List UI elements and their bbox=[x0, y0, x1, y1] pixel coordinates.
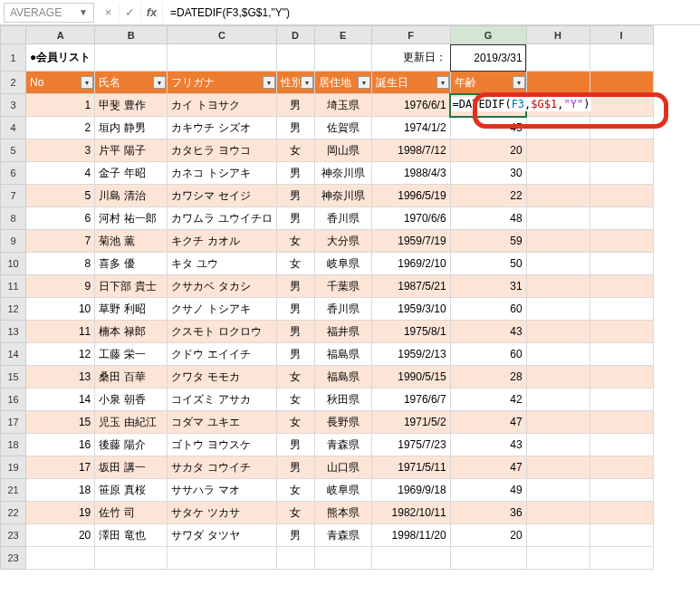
cell[interactable]: 笹原 真桜 bbox=[95, 479, 168, 502]
cell[interactable]: 45 bbox=[450, 117, 526, 139]
cell[interactable]: サタケ ツカサ bbox=[168, 502, 276, 524]
cell[interactable]: 12 bbox=[26, 343, 95, 366]
cell[interactable]: 1975/8/1 bbox=[371, 321, 450, 343]
cell[interactable]: 岐阜県 bbox=[314, 479, 371, 502]
cell[interactable]: 9 bbox=[26, 275, 95, 298]
cell[interactable]: 男 bbox=[276, 343, 314, 366]
cell[interactable]: 男 bbox=[276, 207, 314, 230]
cell[interactable]: 1959/2/13 bbox=[371, 343, 450, 366]
cell[interactable] bbox=[590, 547, 653, 570]
cell[interactable] bbox=[526, 479, 590, 502]
cell[interactable] bbox=[590, 321, 653, 343]
cell[interactable]: 60 bbox=[450, 343, 526, 366]
cell[interactable]: 岡山県 bbox=[314, 139, 371, 162]
row-header[interactable]: 14 bbox=[1, 343, 26, 366]
cell[interactable] bbox=[590, 94, 653, 117]
row-header[interactable]: 2 bbox=[1, 72, 26, 94]
accept-formula-button[interactable]: ✓ bbox=[120, 3, 141, 23]
cell[interactable]: 澤田 竜也 bbox=[95, 524, 168, 547]
cell[interactable] bbox=[590, 456, 653, 479]
cell[interactable]: 後藤 陽介 bbox=[95, 434, 168, 456]
cell[interactable]: 草野 利昭 bbox=[95, 298, 168, 321]
cell[interactable] bbox=[526, 230, 590, 253]
table-header-年齢[interactable]: 年齢▾ bbox=[450, 72, 526, 94]
cell[interactable]: 男 bbox=[276, 434, 314, 456]
cell[interactable]: 60 bbox=[450, 298, 526, 321]
row-header[interactable]: 17 bbox=[1, 411, 26, 434]
cell[interactable]: 30 bbox=[450, 162, 526, 185]
cell[interactable] bbox=[590, 117, 653, 139]
cell[interactable] bbox=[590, 139, 653, 162]
cell[interactable]: 青森県 bbox=[314, 434, 371, 456]
column-header-G[interactable]: G bbox=[450, 26, 526, 44]
table-header-居住地[interactable]: 居住地▾ bbox=[314, 72, 371, 94]
sheet-title[interactable]: ●会員リスト bbox=[26, 44, 95, 72]
cell[interactable]: 1971/5/2 bbox=[371, 411, 450, 434]
in-cell-formula-edit[interactable]: =DATEDIF(F3,$G$1,"Y") bbox=[451, 97, 592, 111]
row-header[interactable]: 16 bbox=[1, 389, 26, 411]
row-header[interactable]: 5 bbox=[1, 139, 26, 162]
cell[interactable] bbox=[95, 44, 168, 72]
cell[interactable]: 42 bbox=[450, 389, 526, 411]
cell[interactable] bbox=[526, 411, 590, 434]
cell[interactable] bbox=[590, 44, 653, 72]
cell[interactable] bbox=[526, 185, 590, 207]
cell[interactable]: 甲斐 豊作 bbox=[95, 94, 168, 117]
column-header-C[interactable]: C bbox=[168, 26, 276, 44]
filter-dropdown-icon[interactable]: ▾ bbox=[153, 76, 166, 89]
cell[interactable]: キタ ユウ bbox=[168, 253, 276, 275]
cell[interactable]: 女 bbox=[276, 253, 314, 275]
cell[interactable]: 福島県 bbox=[314, 343, 371, 366]
cell[interactable] bbox=[26, 547, 95, 570]
cell[interactable]: 1 bbox=[26, 94, 95, 117]
table-header-誕生日[interactable]: 誕生日▾ bbox=[371, 72, 450, 94]
cell[interactable]: 31 bbox=[450, 275, 526, 298]
name-box[interactable]: AVERAGE ▼ bbox=[4, 3, 94, 23]
cell[interactable]: 1987/5/21 bbox=[371, 275, 450, 298]
cell[interactable]: 2 bbox=[26, 117, 95, 139]
cell[interactable] bbox=[526, 253, 590, 275]
cell[interactable] bbox=[526, 298, 590, 321]
filter-dropdown-icon[interactable]: ▾ bbox=[301, 76, 313, 89]
cell[interactable] bbox=[526, 547, 590, 570]
update-date-value[interactable]: 2019/3/31 bbox=[450, 44, 526, 72]
cell[interactable]: 佐賀県 bbox=[314, 117, 371, 139]
filter-dropdown-icon[interactable]: ▾ bbox=[358, 76, 370, 89]
cell[interactable] bbox=[590, 524, 653, 547]
cell[interactable]: 片平 陽子 bbox=[95, 139, 168, 162]
cell[interactable]: 1982/10/11 bbox=[371, 502, 450, 524]
cell[interactable]: 青森県 bbox=[314, 524, 371, 547]
cell[interactable]: クサノ トシアキ bbox=[168, 298, 276, 321]
cell[interactable]: 1976/6/1 bbox=[371, 94, 450, 117]
cell[interactable]: 大分県 bbox=[314, 230, 371, 253]
cell[interactable] bbox=[590, 162, 653, 185]
cell[interactable]: 28 bbox=[450, 366, 526, 389]
column-header-B[interactable]: B bbox=[95, 26, 168, 44]
cell[interactable]: 埼玉県 bbox=[314, 94, 371, 117]
cell[interactable]: 女 bbox=[276, 502, 314, 524]
cell[interactable]: 福井県 bbox=[314, 321, 371, 343]
cell[interactable] bbox=[526, 44, 590, 72]
cell[interactable]: 43 bbox=[450, 321, 526, 343]
cell[interactable]: 1975/7/23 bbox=[371, 434, 450, 456]
cell[interactable] bbox=[590, 434, 653, 456]
select-all-corner[interactable] bbox=[1, 26, 26, 44]
active-cell[interactable]: =DATEDIF(F3,$G$1,"Y") bbox=[450, 94, 526, 117]
column-header-E[interactable]: E bbox=[314, 26, 371, 44]
row-header[interactable]: 15 bbox=[1, 366, 26, 389]
cell[interactable]: 17 bbox=[26, 456, 95, 479]
cell[interactable]: 1959/3/10 bbox=[371, 298, 450, 321]
cell[interactable] bbox=[526, 139, 590, 162]
cell[interactable]: サワダ タツヤ bbox=[168, 524, 276, 547]
cell[interactable]: コイズミ アサカ bbox=[168, 389, 276, 411]
cell[interactable] bbox=[314, 547, 371, 570]
cell[interactable]: 男 bbox=[276, 456, 314, 479]
cell[interactable]: カワシマ セイジ bbox=[168, 185, 276, 207]
cell[interactable] bbox=[526, 389, 590, 411]
cell[interactable] bbox=[526, 321, 590, 343]
cell[interactable] bbox=[371, 547, 450, 570]
cell[interactable]: 19 bbox=[26, 502, 95, 524]
cell[interactable]: カキウチ シズオ bbox=[168, 117, 276, 139]
row-header[interactable]: 4 bbox=[1, 117, 26, 139]
cell[interactable]: クサカベ タカシ bbox=[168, 275, 276, 298]
